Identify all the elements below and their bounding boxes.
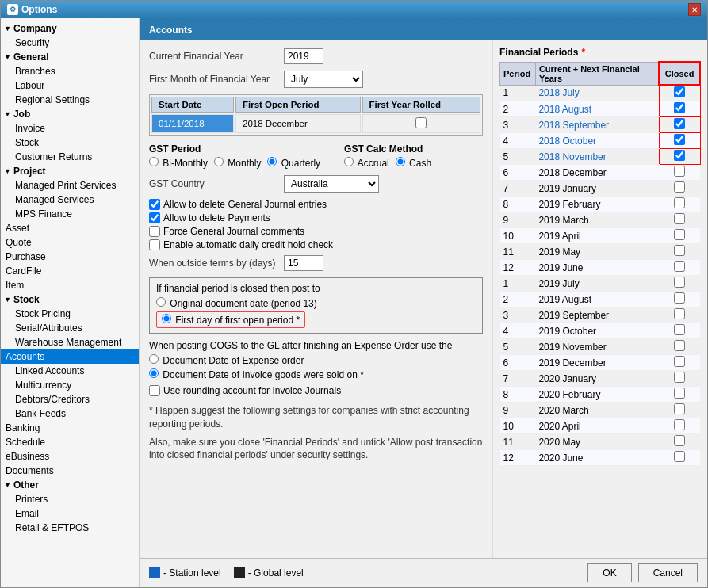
outside-terms-input[interactable] bbox=[284, 255, 323, 271]
cancel-button[interactable]: Cancel bbox=[638, 563, 698, 582]
ok-button[interactable]: OK bbox=[587, 563, 631, 582]
fp-closed-checkbox[interactable] bbox=[674, 324, 685, 335]
fp-closed-checkbox[interactable] bbox=[674, 150, 685, 161]
sidebar-item-linked-accounts[interactable]: Linked Accounts bbox=[1, 364, 139, 378]
sidebar-item-ebusiness[interactable]: eBusiness bbox=[1, 449, 139, 464]
fp-closed-checkbox[interactable] bbox=[674, 435, 685, 446]
triangle-icon-project: ▼ bbox=[4, 167, 11, 175]
sidebar-item-company[interactable]: ▼ Company bbox=[1, 21, 139, 36]
sidebar-item-labour[interactable]: Labour bbox=[1, 78, 139, 93]
auto-credit-hold-checkbox[interactable] bbox=[149, 239, 160, 250]
fp-closed-checkbox[interactable] bbox=[674, 388, 685, 399]
fp-closed-checkbox[interactable] bbox=[674, 292, 685, 304]
cogs-radio-invoice[interactable] bbox=[149, 368, 159, 378]
force-journal-comments-checkbox[interactable] bbox=[149, 226, 160, 237]
cogs-radio-expense[interactable] bbox=[149, 354, 159, 364]
sidebar-item-warehouse-management[interactable]: Warehouse Management bbox=[1, 335, 139, 349]
fp-closed-checkbox[interactable] bbox=[674, 181, 685, 193]
fp-closed-checkbox[interactable] bbox=[674, 403, 685, 414]
radio-quarterly[interactable] bbox=[267, 157, 277, 166]
sidebar-item-other[interactable]: ▼ Other bbox=[1, 478, 139, 492]
sidebar-item-job[interactable]: ▼ Job bbox=[1, 107, 139, 121]
sidebar-item-stock[interactable]: Stock bbox=[1, 136, 139, 150]
fp-row-closed bbox=[659, 418, 700, 434]
sidebar-item-asset[interactable]: Asset bbox=[1, 221, 139, 235]
first-rolled-checkbox[interactable] bbox=[415, 117, 427, 128]
sidebar-label-bank-feeds: Bank Feeds bbox=[15, 408, 66, 419]
sidebar-item-retail-eftpos[interactable]: Retail & EFTPOS bbox=[1, 521, 139, 535]
fp-closed-checkbox[interactable] bbox=[674, 340, 685, 351]
fp-closed-checkbox[interactable] bbox=[674, 86, 685, 97]
fp-closed-checkbox[interactable] bbox=[674, 118, 685, 129]
sidebar-item-stock-pricing[interactable]: Stock Pricing bbox=[1, 307, 139, 321]
sidebar-item-customer-returns[interactable]: Customer Returns bbox=[1, 150, 139, 164]
sidebar-label-invoice: Invoice bbox=[15, 123, 45, 134]
fp-closed-checkbox[interactable] bbox=[674, 134, 685, 145]
fp-closed-checkbox[interactable] bbox=[674, 197, 685, 208]
sidebar-item-purchase[interactable]: Purchase bbox=[1, 250, 139, 264]
allow-delete-journal-checkbox[interactable] bbox=[149, 199, 160, 210]
fp-closed-checkbox[interactable] bbox=[674, 166, 685, 177]
sidebar-item-managed-services[interactable]: Managed Services bbox=[1, 193, 139, 207]
fp-closed-checkbox[interactable] bbox=[674, 245, 685, 256]
fp-closed-checkbox[interactable] bbox=[674, 308, 685, 319]
gst-country-select[interactable]: Australia New Zealand bbox=[284, 175, 379, 193]
force-journal-comments-label: Force General Journal comments bbox=[163, 226, 304, 237]
fp-required: * bbox=[581, 47, 585, 58]
sidebar-item-documents[interactable]: Documents bbox=[1, 464, 139, 478]
sidebar-item-security[interactable]: Security bbox=[1, 36, 139, 50]
sidebar-item-stock-main[interactable]: ▼ Stock bbox=[1, 292, 139, 307]
fp-closed-checkbox[interactable] bbox=[674, 102, 685, 113]
sidebar-item-regional-settings[interactable]: Regional Settings bbox=[1, 93, 139, 107]
sidebar-label-mps: Managed Print Services bbox=[15, 180, 116, 191]
fp-closed-checkbox[interactable] bbox=[674, 419, 685, 430]
sidebar-item-branches[interactable]: Branches bbox=[1, 64, 139, 78]
sidebar-label-serial: Serial/Attributes bbox=[15, 323, 82, 334]
sidebar-item-general[interactable]: ▼ General bbox=[1, 50, 139, 64]
first-month-label: First Month of Financial Year bbox=[149, 74, 284, 85]
fp-closed-section: If financial period is closed then post … bbox=[149, 277, 483, 334]
fp-closed-checkbox[interactable] bbox=[674, 372, 685, 383]
title-bar-left: ⚙ Options bbox=[7, 4, 57, 15]
use-rounding-checkbox[interactable] bbox=[149, 385, 160, 396]
sidebar-item-project[interactable]: ▼ Project bbox=[1, 164, 139, 178]
radio-accrual-label: Accrual bbox=[344, 157, 389, 169]
fp-row-period: 10 bbox=[500, 228, 536, 244]
fp-closed-checkbox[interactable] bbox=[674, 261, 685, 272]
sidebar-item-printers[interactable]: Printers bbox=[1, 492, 139, 506]
sidebar-item-cardfile[interactable]: CardFile bbox=[1, 264, 139, 278]
current-fy-input[interactable] bbox=[284, 48, 323, 64]
fp-col-closed: Closed bbox=[659, 62, 700, 85]
sidebar-item-multicurrency[interactable]: Multicurrency bbox=[1, 378, 139, 392]
fp-closed-checkbox[interactable] bbox=[674, 213, 685, 224]
sidebar-item-bank-feeds[interactable]: Bank Feeds bbox=[1, 407, 139, 421]
fp-closed-checkbox[interactable] bbox=[674, 277, 685, 288]
radio-original[interactable] bbox=[156, 297, 166, 307]
gst-calc-radios: Accrual Cash bbox=[344, 157, 431, 169]
fp-closed-checkbox[interactable] bbox=[674, 229, 685, 240]
radio-cash[interactable] bbox=[396, 157, 405, 166]
close-button[interactable]: ✕ bbox=[688, 3, 701, 16]
sidebar-item-item[interactable]: Item bbox=[1, 278, 139, 292]
radio-first-day[interactable] bbox=[162, 314, 171, 323]
sidebar-item-invoice[interactable]: Invoice bbox=[1, 121, 139, 136]
fp-closed-checkbox[interactable] bbox=[674, 356, 685, 367]
first-month-select[interactable]: July August September October November D… bbox=[284, 71, 363, 88]
sidebar-item-quote[interactable]: Quote bbox=[1, 235, 139, 250]
radio-accrual[interactable] bbox=[344, 157, 354, 166]
sidebar-item-managed-print-services[interactable]: Managed Print Services bbox=[1, 178, 139, 193]
sidebar-item-accounts[interactable]: Accounts bbox=[1, 349, 139, 364]
note2-text: Also, make sure you close 'Financial Per… bbox=[149, 437, 482, 461]
sidebar-item-mps-finance[interactable]: MPS Finance bbox=[1, 207, 139, 221]
sidebar-item-schedule[interactable]: Schedule bbox=[1, 435, 139, 449]
radio-bimonthly[interactable] bbox=[149, 157, 159, 166]
fp-row-year: 2018 August bbox=[535, 101, 659, 117]
sidebar-item-email[interactable]: Email bbox=[1, 506, 139, 521]
radio-monthly[interactable] bbox=[214, 157, 224, 166]
fp-closed-checkbox[interactable] bbox=[674, 451, 685, 462]
fp-table-container: Period Current + Next Financial Years Cl… bbox=[499, 61, 701, 466]
allow-delete-payments-checkbox[interactable] bbox=[149, 212, 160, 223]
sidebar-item-banking[interactable]: Banking bbox=[1, 421, 139, 435]
sidebar-item-serial-attributes[interactable]: Serial/Attributes bbox=[1, 321, 139, 335]
sidebar-item-debtors-creditors[interactable]: Debtors/Creditors bbox=[1, 392, 139, 407]
